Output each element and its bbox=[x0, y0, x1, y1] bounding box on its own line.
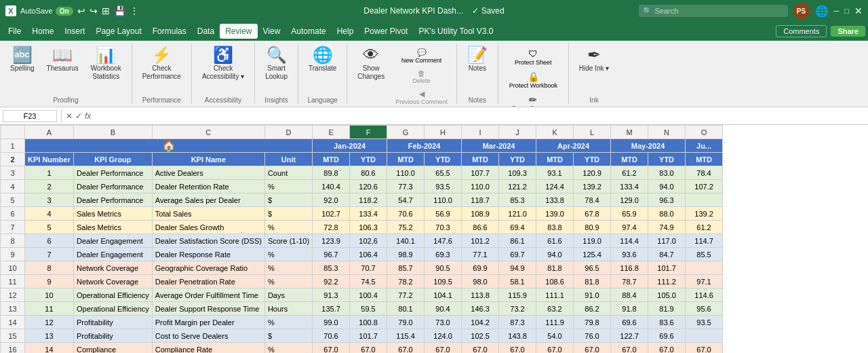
table-cell[interactable]: 11 bbox=[25, 302, 74, 316]
row-header-9[interactable]: 9 bbox=[1, 248, 25, 261]
table-cell[interactable]: 120.6 bbox=[350, 180, 387, 193]
table-cell[interactable]: 102.6 bbox=[350, 234, 387, 248]
table-cell[interactable]: % bbox=[264, 275, 312, 289]
table-cell[interactable]: 67.0 bbox=[350, 343, 387, 354]
table-cell[interactable]: 111.9 bbox=[536, 316, 574, 329]
protect-workbook-button[interactable]: 🔒 Protect Workbook bbox=[504, 69, 563, 91]
menu-view[interactable]: View bbox=[258, 24, 286, 39]
table-cell[interactable]: Hours bbox=[264, 302, 312, 316]
table-cell[interactable]: 114.4 bbox=[611, 234, 648, 248]
translate-button[interactable]: 🌐 Translate bbox=[304, 43, 341, 76]
table-cell[interactable]: 80.6 bbox=[350, 166, 387, 180]
table-cell[interactable]: Dealer Penetration Rate bbox=[152, 275, 264, 289]
table-cell[interactable]: % bbox=[264, 248, 312, 261]
table-cell[interactable]: 115.9 bbox=[499, 289, 536, 302]
table-cell[interactable]: 108.9 bbox=[462, 207, 499, 221]
table-cell[interactable]: 117.0 bbox=[648, 234, 686, 248]
col-header-o[interactable]: O bbox=[686, 126, 723, 139]
col-header-m[interactable]: M bbox=[611, 126, 648, 139]
table-cell[interactable] bbox=[686, 193, 723, 207]
table-cell[interactable]: 110.0 bbox=[462, 180, 499, 193]
col-header-j[interactable]: J bbox=[499, 126, 536, 139]
row-header-10[interactable]: 10 bbox=[1, 261, 25, 275]
formula-input[interactable] bbox=[94, 111, 865, 122]
allow-edit-ranges-button[interactable]: ✏ Allow Edit Ranges bbox=[504, 92, 563, 107]
table-cell[interactable]: Dealer Retention Rate bbox=[152, 180, 264, 193]
table-cell[interactable]: 79.8 bbox=[574, 316, 611, 329]
autosave-state[interactable]: On bbox=[56, 7, 73, 16]
table-cell[interactable]: 135.7 bbox=[313, 302, 350, 316]
table-cell[interactable]: 99.0 bbox=[313, 316, 350, 329]
table-cell[interactable]: Dealer Engagement bbox=[73, 248, 152, 261]
table-cell[interactable]: % bbox=[264, 316, 312, 329]
menu-file[interactable]: File bbox=[3, 24, 26, 39]
table-cell[interactable]: 83.6 bbox=[648, 316, 686, 329]
table-cell[interactable]: 6 bbox=[25, 234, 74, 248]
table-cell[interactable]: 85.7 bbox=[387, 261, 425, 275]
table-cell[interactable]: Network Coverage bbox=[73, 275, 152, 289]
table-cell[interactable]: 125.4 bbox=[574, 248, 611, 261]
table-cell[interactable]: 94.0 bbox=[536, 248, 574, 261]
table-cell[interactable]: 77.3 bbox=[387, 180, 425, 193]
table-cell[interactable]: % bbox=[264, 180, 312, 193]
delete-comment-button[interactable]: 🗑 Delete bbox=[392, 67, 451, 86]
table-cell[interactable]: 133.4 bbox=[350, 207, 387, 221]
thesaurus-button[interactable]: 📖 Thesaurus bbox=[42, 43, 83, 76]
table-cell[interactable]: 67.0 bbox=[648, 343, 686, 354]
table-cell[interactable]: 119.0 bbox=[574, 234, 611, 248]
table-cell[interactable] bbox=[686, 261, 723, 275]
table-cell[interactable]: 93.6 bbox=[611, 248, 648, 261]
table-cell[interactable]: $ bbox=[264, 207, 312, 221]
table-cell[interactable]: 111.2 bbox=[648, 275, 686, 289]
table-cell[interactable]: 88.0 bbox=[648, 207, 686, 221]
table-cell[interactable]: 83.0 bbox=[648, 166, 686, 180]
table-cell[interactable]: 92.2 bbox=[313, 275, 350, 289]
table-cell[interactable]: 69.3 bbox=[425, 248, 462, 261]
menu-page-layout[interactable]: Page Layout bbox=[90, 24, 146, 39]
table-cell[interactable]: 61.2 bbox=[611, 166, 648, 180]
table-cell[interactable]: 146.3 bbox=[462, 302, 499, 316]
table-cell[interactable]: 109.5 bbox=[425, 275, 462, 289]
table-cell[interactable]: Profitability bbox=[73, 329, 152, 343]
table-cell[interactable]: 67.0 bbox=[499, 343, 536, 354]
table-cell[interactable]: 108.6 bbox=[536, 275, 574, 289]
table-cell[interactable]: 12 bbox=[25, 316, 74, 329]
table-cell[interactable]: Cost to Serve Dealers bbox=[152, 329, 264, 343]
table-cell[interactable]: 93.1 bbox=[536, 166, 574, 180]
table-cell[interactable]: 1 bbox=[25, 166, 74, 180]
menu-formulas[interactable]: Formulas bbox=[147, 24, 192, 39]
table-cell[interactable]: 115.4 bbox=[387, 329, 425, 343]
table-cell[interactable]: 100.4 bbox=[350, 289, 387, 302]
table-cell[interactable]: 10 bbox=[25, 289, 74, 302]
table-cell[interactable]: 100.8 bbox=[350, 316, 387, 329]
table-cell[interactable]: 54.7 bbox=[387, 193, 425, 207]
table-cell[interactable]: Operational Efficiency bbox=[73, 289, 152, 302]
table-cell[interactable]: % bbox=[264, 343, 312, 354]
maximize-icon[interactable]: □ bbox=[844, 7, 849, 15]
notes-button[interactable]: 📝 Notes bbox=[462, 43, 492, 76]
table-cell[interactable]: 95.6 bbox=[686, 302, 723, 316]
table-cell[interactable]: 139.2 bbox=[686, 207, 723, 221]
table-cell[interactable]: 76.0 bbox=[574, 329, 611, 343]
table-cell[interactable]: 70.6 bbox=[313, 329, 350, 343]
table-cell[interactable]: 67.0 bbox=[536, 343, 574, 354]
table-cell[interactable]: % bbox=[264, 261, 312, 275]
table-cell[interactable]: 133.8 bbox=[536, 193, 574, 207]
table-cell[interactable]: 116.8 bbox=[611, 261, 648, 275]
table-cell[interactable]: 69.6 bbox=[648, 329, 686, 343]
table-cell[interactable]: 81.9 bbox=[648, 302, 686, 316]
undo-icon[interactable]: ↩ bbox=[77, 5, 85, 16]
col-header-h[interactable]: H bbox=[425, 126, 462, 139]
check-accessibility-button[interactable]: ♿ CheckAccessibility ▾ bbox=[197, 43, 249, 84]
table-cell[interactable]: Total Sales bbox=[152, 207, 264, 221]
table-cell[interactable]: 80.1 bbox=[387, 302, 425, 316]
table-cell[interactable]: Compliance Rate bbox=[152, 343, 264, 354]
col-header-c[interactable]: C bbox=[152, 126, 264, 139]
row-header-5[interactable]: 5 bbox=[1, 193, 25, 207]
col-header-f[interactable]: F bbox=[350, 126, 387, 139]
row-header-15[interactable]: 15 bbox=[1, 329, 25, 343]
table-cell[interactable]: 69.6 bbox=[611, 316, 648, 329]
table-cell[interactable]: % bbox=[264, 221, 312, 234]
table-cell[interactable]: 74.9 bbox=[648, 221, 686, 234]
new-comment-button[interactable]: 💬 New Comment bbox=[392, 46, 451, 66]
